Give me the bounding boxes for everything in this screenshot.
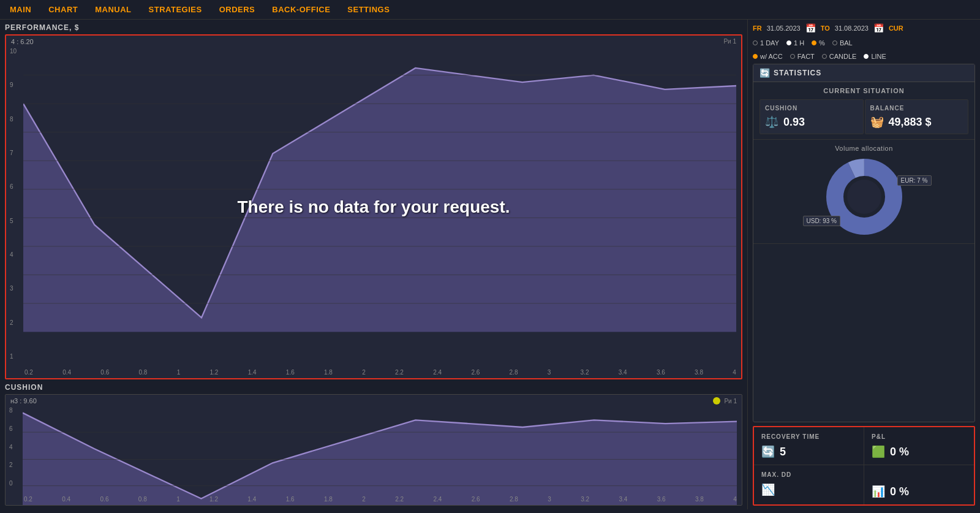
pnl-label: P&L	[872, 433, 967, 440]
maxdd-box: MAX. DD 📉	[754, 465, 864, 504]
cushion-icon: ⚖️	[765, 115, 778, 129]
cushion-section: CUSHION н3 : 9.60 Pи 1 0 2 4 6 8	[5, 383, 742, 506]
radio-candle[interactable]: CANDLE	[822, 53, 857, 60]
radio-percent-label: %	[819, 39, 825, 47]
to-date: 31.08.2023	[835, 25, 869, 32]
current-situation: CURRENT SITUATION CUSHION ⚖️ 0.93 BALANC…	[753, 82, 974, 140]
donut-chart-container: USD: 93 % EUR: 7 %	[815, 157, 913, 238]
pnl-icon: 🟩	[872, 445, 885, 458]
balance-icon: 🧺	[870, 115, 884, 129]
cushion-value: 0.93	[783, 116, 805, 129]
statistics-title: STATISTICS	[774, 69, 821, 77]
radio-acc-label: w/ ACC	[760, 53, 783, 60]
nav-strategies[interactable]: STRATEGIES	[146, 4, 205, 15]
svg-point-16	[847, 180, 881, 214]
performance-chart-svg	[23, 47, 736, 332]
radio-fact-dot	[790, 54, 795, 59]
maxdd-value-row2: 📊 0 %	[872, 485, 967, 498]
date-controls-row1: FR 31.05.2023 📅 TO 31.08.2023 📅 CUR	[753, 23, 975, 33]
radio-1h-dot	[786, 40, 791, 45]
no-data-message: There is no data for your request.	[238, 197, 510, 217]
bottom-stats-row2: MAX. DD 📉 📊 0 %	[754, 465, 974, 504]
radio-bal[interactable]: BAL	[832, 39, 853, 47]
maxdd-label: MAX. DD	[761, 471, 856, 478]
cushion-value-row: ⚖️ 0.93	[765, 115, 858, 129]
balance-value: 49,883 $	[889, 116, 932, 129]
radio-1day-label: 1 DAY	[760, 39, 779, 47]
performance-section: PERFORMANCE, $ 4 : 6.20 Pи 1 1 2 3 4 5 6…	[5, 23, 742, 379]
date-controls-row3: w/ ACC FACT CANDLE LINE	[753, 53, 975, 60]
radio-acc[interactable]: w/ ACC	[753, 53, 783, 60]
balance-value-row: 🧺 49,883 $	[870, 115, 963, 129]
recovery-time-box: RECOVERY TIME 🔄 5	[754, 427, 864, 465]
radio-1day-dot	[753, 40, 758, 45]
va-title: Volume allocation	[760, 145, 968, 152]
radio-bal-dot	[832, 40, 837, 45]
nav-backoffice[interactable]: BACK-OFFICE	[270, 4, 333, 15]
radio-bal-label: BAL	[840, 39, 853, 47]
performance-chart: 4 : 6.20 Pи 1 1 2 3 4 5 6 7 8 9 10	[5, 34, 742, 379]
radio-1h[interactable]: 1 H	[786, 39, 804, 47]
nav-settings[interactable]: SETTINGS	[345, 4, 392, 15]
volume-allocation: Volume allocation USD: 93 % EUR: 7 %	[753, 140, 974, 244]
calendar-icon-to[interactable]: 📅	[873, 23, 884, 33]
calendar-icon-fr[interactable]: 📅	[805, 23, 816, 33]
cur-toggle[interactable]: CUR	[889, 25, 903, 32]
radio-candle-label: CANDLE	[829, 53, 857, 60]
performance-title: PERFORMANCE, $	[5, 23, 742, 32]
cushion-chart: н3 : 9.60 Pи 1 0 2 4 6 8	[5, 394, 742, 506]
performance-y-label: 4 : 6.20	[11, 38, 34, 45]
radio-fact-label: FACT	[797, 53, 815, 60]
performance-page-label: Pи 1	[723, 38, 736, 45]
bottom-stats-row1: RECOVERY TIME 🔄 5 P&L 🟩 0 %	[754, 427, 974, 465]
statistics-section: 🔄 STATISTICS CURRENT SITUATION CUSHION ⚖…	[753, 64, 975, 422]
radio-1day[interactable]: 1 DAY	[753, 39, 779, 47]
to-label: TO	[821, 25, 830, 32]
cushion-y-label: н3 : 9.60	[10, 397, 37, 405]
cushion-balance-row: CUSHION ⚖️ 0.93 BALANCE 🧺 49,883 $	[760, 99, 968, 134]
radio-candle-dot	[822, 54, 827, 59]
statistics-header: 🔄 STATISTICS	[753, 64, 974, 82]
performance-x-axis: 0.2 0.4 0.6 0.8 1 1.2 1.4 1.6 1.8 2 2.2 …	[24, 369, 736, 376]
top-navigation: MAIN CHART MANUAL STRATEGIES ORDERS BACK…	[0, 0, 980, 20]
nav-orders[interactable]: ORDERS	[217, 4, 258, 15]
radio-line-dot	[864, 54, 869, 59]
current-situation-title: CURRENT SITUATION	[760, 87, 968, 94]
cushion-chart-svg	[23, 406, 737, 506]
radio-percent[interactable]: %	[812, 39, 825, 47]
maxdd-value: 0 %	[890, 485, 909, 498]
recovery-time-value-row: 🔄 5	[761, 445, 856, 458]
fr-date: 31.05.2023	[767, 25, 801, 32]
radio-line-label: LINE	[871, 53, 886, 60]
radio-percent-dot	[812, 40, 816, 45]
recovery-time-icon: 🔄	[761, 445, 775, 458]
balance-box-label: BALANCE	[870, 105, 963, 112]
fr-label: FR	[753, 25, 762, 32]
cushion-page-label: Pи 1	[713, 397, 737, 405]
pnl-box: P&L 🟩 0 %	[864, 427, 974, 465]
nav-manual[interactable]: MANUAL	[92, 4, 134, 15]
bottom-stats: RECOVERY TIME 🔄 5 P&L 🟩 0 % MAX. DD	[753, 426, 975, 506]
nav-main[interactable]: MAIN	[7, 4, 34, 15]
pnl-value-row: 🟩 0 %	[872, 445, 967, 458]
date-controls-row2: 1 DAY 1 H % BAL	[753, 39, 975, 47]
maxdd-chart-icon: 📊	[872, 485, 885, 498]
performance-y-axis: 1 2 3 4 5 6 7 8 9 10	[10, 48, 17, 360]
pnl-value: 0 %	[890, 446, 909, 458]
radio-fact[interactable]: FACT	[790, 53, 815, 60]
cushion-box: CUSHION ⚖️ 0.93	[760, 99, 864, 134]
main-layout: PERFORMANCE, $ 4 : 6.20 Pи 1 1 2 3 4 5 6…	[0, 20, 980, 509]
radio-1h-label: 1 H	[794, 39, 804, 47]
nav-chart[interactable]: CHART	[46, 4, 80, 15]
radio-line[interactable]: LINE	[864, 53, 886, 60]
balance-box: BALANCE 🧺 49,883 $	[865, 99, 969, 134]
left-panel: PERFORMANCE, $ 4 : 6.20 Pи 1 1 2 3 4 5 6…	[0, 20, 747, 509]
eur-label: EUR: 7 %	[897, 175, 932, 186]
recovery-time-label: RECOVERY TIME	[761, 433, 856, 440]
statistics-icon: 🔄	[760, 68, 770, 78]
maxdd-icon: 📉	[761, 483, 775, 496]
cushion-box-label: CUSHION	[765, 105, 858, 112]
recovery-time-value: 5	[780, 446, 786, 458]
cushion-title: CUSHION	[5, 383, 742, 392]
radio-acc-dot	[753, 54, 758, 59]
